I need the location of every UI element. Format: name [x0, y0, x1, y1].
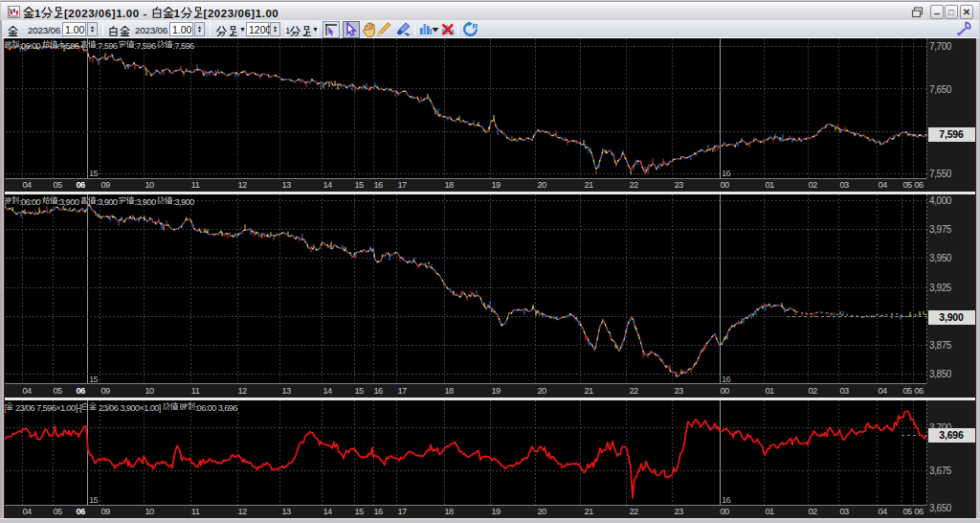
svg-text:3,850: 3,850: [929, 369, 952, 379]
svg-text:19: 19: [491, 507, 501, 516]
svg-text:03: 03: [839, 180, 849, 190]
svg-text:18: 18: [444, 386, 454, 396]
svg-text:17: 17: [397, 180, 407, 190]
svg-text:23: 23: [674, 507, 683, 516]
svg-text:16: 16: [373, 507, 383, 516]
svg-text:15: 15: [354, 180, 364, 190]
svg-text:09: 09: [100, 386, 110, 396]
svg-text:04: 04: [22, 180, 32, 190]
svg-text:22: 22: [629, 386, 638, 396]
svg-text:13: 13: [281, 180, 291, 190]
svg-text:06: 06: [76, 180, 85, 190]
svg-text:14: 14: [323, 386, 332, 396]
svg-text:18: 18: [444, 180, 454, 190]
svg-text:16: 16: [722, 169, 731, 178]
svg-text:3,675: 3,675: [929, 466, 952, 476]
svg-text:06: 06: [914, 507, 924, 516]
svg-text:15: 15: [354, 507, 364, 516]
svg-text:13: 13: [281, 507, 291, 516]
svg-text:00: 00: [720, 180, 729, 190]
svg-text:16: 16: [373, 180, 383, 190]
svg-text:11: 11: [191, 507, 200, 516]
svg-text:20: 20: [537, 386, 546, 396]
svg-text:02: 02: [808, 386, 817, 396]
svg-text:19: 19: [491, 180, 501, 190]
svg-text:15: 15: [89, 169, 99, 178]
svg-text:23: 23: [674, 180, 683, 190]
svg-text:3,650: 3,650: [929, 503, 952, 513]
svg-text:11: 11: [191, 386, 200, 396]
svg-text:02: 02: [808, 180, 817, 190]
svg-text:04: 04: [878, 180, 887, 190]
svg-text:3,950: 3,950: [929, 253, 952, 263]
svg-text:3,875: 3,875: [929, 340, 952, 351]
svg-text:06: 06: [76, 507, 85, 516]
svg-text:12: 12: [237, 386, 247, 396]
svg-text:00: 00: [720, 507, 729, 516]
svg-text:18: 18: [444, 507, 454, 516]
svg-text:7,700: 7,700: [929, 41, 952, 52]
svg-text:22: 22: [629, 507, 638, 516]
svg-text:06: 06: [914, 180, 924, 190]
svg-text:03: 03: [839, 386, 849, 396]
svg-text:7,550: 7,550: [929, 169, 952, 179]
svg-text:01: 01: [765, 386, 774, 396]
svg-text:10: 10: [145, 386, 154, 396]
svg-text:16: 16: [722, 495, 731, 505]
svg-text:09: 09: [100, 507, 110, 516]
svg-text:7,650: 7,650: [929, 84, 952, 95]
svg-text:05: 05: [53, 386, 62, 396]
svg-text:01: 01: [765, 180, 774, 190]
svg-text:16: 16: [373, 386, 383, 396]
svg-text:13: 13: [281, 386, 291, 396]
svg-text:11: 11: [191, 180, 200, 190]
svg-text:22: 22: [629, 180, 638, 190]
svg-text:14: 14: [323, 507, 332, 516]
svg-text:10: 10: [145, 507, 154, 516]
svg-text:00: 00: [720, 386, 729, 396]
svg-text:03: 03: [839, 507, 849, 516]
svg-text:06: 06: [76, 386, 85, 396]
svg-text:4,000: 4,000: [929, 195, 952, 206]
svg-text:3,925: 3,925: [929, 283, 952, 293]
svg-text:15: 15: [89, 375, 99, 384]
svg-text:05: 05: [902, 386, 912, 396]
svg-text:02: 02: [808, 507, 817, 516]
svg-text:04: 04: [22, 507, 32, 516]
svg-text:12: 12: [237, 507, 247, 516]
svg-text:23: 23: [674, 386, 683, 396]
svg-text:05: 05: [902, 507, 912, 516]
svg-text:3,975: 3,975: [929, 224, 952, 235]
svg-text:01: 01: [765, 507, 774, 516]
svg-text:17: 17: [397, 386, 407, 396]
svg-text:15: 15: [89, 495, 99, 505]
svg-text:04: 04: [878, 386, 887, 396]
svg-text:05: 05: [53, 507, 62, 516]
svg-text:20: 20: [537, 180, 546, 190]
svg-text:10: 10: [145, 180, 154, 190]
svg-text:12: 12: [237, 180, 247, 190]
svg-text:21: 21: [584, 180, 593, 190]
svg-text:16: 16: [722, 375, 731, 384]
svg-text:19: 19: [491, 386, 501, 396]
svg-text:21: 21: [584, 386, 593, 396]
svg-text:05: 05: [902, 180, 912, 190]
svg-text:09: 09: [100, 180, 110, 190]
svg-text:06: 06: [914, 386, 924, 396]
svg-text:17: 17: [397, 507, 407, 516]
svg-text:14: 14: [323, 180, 332, 190]
svg-text:20: 20: [537, 507, 546, 516]
svg-text:04: 04: [22, 386, 32, 396]
svg-text:05: 05: [53, 180, 62, 190]
svg-text:04: 04: [878, 507, 887, 516]
svg-text:21: 21: [584, 507, 593, 516]
svg-text:15: 15: [354, 386, 364, 396]
